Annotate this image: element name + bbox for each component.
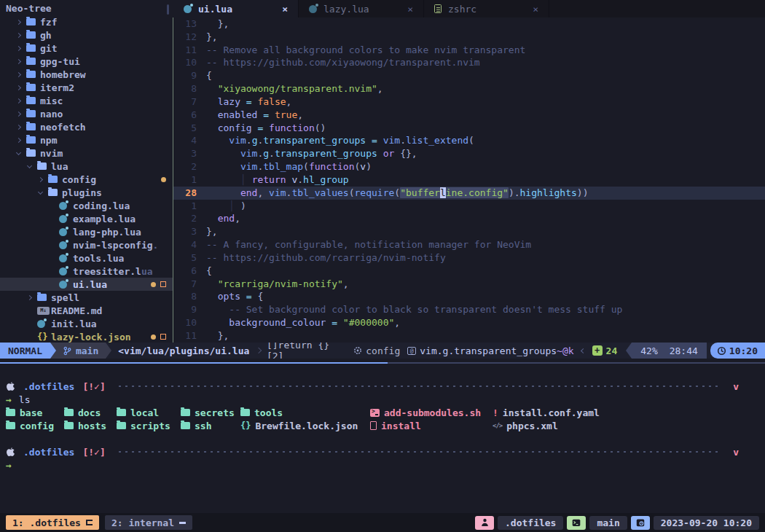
ls-entry-label: ssh xyxy=(195,420,211,431)
folder-icon xyxy=(181,422,190,429)
tmux-badge-calendar xyxy=(631,516,650,530)
tree-item-init.lua[interactable]: init.lua xyxy=(0,317,173,330)
tree-item-iterm2[interactable]: iterm2 xyxy=(0,81,173,94)
ls-entry-hosts: hosts xyxy=(64,420,117,431)
code-file-icon: </> xyxy=(493,422,502,429)
code-line[interactable]: 6{ xyxy=(173,265,765,278)
tree-item-config[interactable]: config xyxy=(0,173,173,186)
shell-pane[interactable]: .dotfiles [!✓] v → ls basedocslocalsecre… xyxy=(0,364,765,513)
tree-item-git[interactable]: git xyxy=(0,42,173,55)
clock-segment: 10:20 xyxy=(710,343,765,359)
tab-lazy.lua[interactable]: lazy.lua× xyxy=(299,0,424,17)
tree-item-plugins[interactable]: plugins xyxy=(0,186,173,199)
tree-item-label: neofetch xyxy=(40,122,86,133)
unstaged-square-icon xyxy=(160,334,166,340)
code-line[interactable]: 5-- https://github.com/rcarriga/nvim-not… xyxy=(173,251,765,265)
tab-zshrc[interactable]: zshrc× xyxy=(424,0,549,17)
code-line[interactable]: 8 "xiyaowong/transparent.nvim", xyxy=(173,82,765,95)
code-line[interactable]: 4-- A fancy, configurable, notification … xyxy=(173,238,765,251)
tree-item-ui.lua[interactable]: ui.lua xyxy=(0,278,173,291)
person-icon xyxy=(481,518,489,527)
lua-file-icon xyxy=(59,215,67,223)
exclamation-icon: ! xyxy=(493,407,498,418)
ls-entry-docs: docs xyxy=(64,407,117,418)
tree-item-nvim-lspconfig[interactable]: nvim-lspconfig. xyxy=(0,238,173,251)
window-flag-icon xyxy=(86,520,93,525)
ls-entry-label: tools xyxy=(254,407,283,418)
code-line[interactable]: 2 end, xyxy=(173,212,765,225)
code-line[interactable]: 2 vim.tbl_map(function(v) xyxy=(173,160,765,173)
tree-item-gpg-tui[interactable]: gpg-tui xyxy=(0,55,173,68)
close-icon[interactable]: × xyxy=(407,4,413,15)
unstaged-square-icon xyxy=(160,281,166,287)
ls-entry-install: install xyxy=(370,420,493,431)
tree-item-misc[interactable]: misc xyxy=(0,94,173,107)
close-icon[interactable]: × xyxy=(282,4,288,15)
tmux-window-1-dotfiles[interactable]: 1: .dotfiles xyxy=(6,515,99,530)
code-line[interactable]: 10 background_colour = "#000000", xyxy=(173,316,765,329)
line-number: 4 xyxy=(173,134,197,147)
tree-item-README.md[interactable]: M↓README.md xyxy=(0,304,173,317)
code-text: -- Set background color to black so tran… xyxy=(206,303,622,316)
dash-flag-icon xyxy=(179,522,186,524)
neotree-scrollbar[interactable] xyxy=(167,4,169,15)
register-indicator: ~@k xyxy=(557,345,573,356)
folder-icon xyxy=(117,422,126,429)
folder-icon xyxy=(26,84,36,91)
tree-item-lua[interactable]: lua xyxy=(0,160,173,173)
editor-buffer[interactable]: 13 },12},11-- Remove all background colo… xyxy=(173,17,765,343)
code-line[interactable]: 5 config = function() xyxy=(173,122,765,135)
git-branch-label: main xyxy=(76,345,98,356)
code-line[interactable]: 11 }, xyxy=(173,329,765,343)
code-line[interactable]: 7 "rcarriga/nvim-notify", xyxy=(173,278,765,291)
position-segment: 42% 28:44 xyxy=(632,343,707,359)
tmux-badge-person xyxy=(475,516,494,530)
tree-item-neofetch[interactable]: neofetch xyxy=(0,120,173,133)
clock-icon xyxy=(717,346,726,356)
tree-item-gh[interactable]: gh xyxy=(0,28,173,42)
tree-item-npm[interactable]: npm xyxy=(0,133,173,146)
line-number: 1 xyxy=(173,173,197,187)
tree-item-coding.lua[interactable]: coding.lua xyxy=(0,199,173,212)
code-line[interactable]: 4 vim.g.transparent_groups = vim.list_ex… xyxy=(173,134,765,147)
close-icon[interactable]: × xyxy=(533,4,538,15)
apple-icon xyxy=(6,447,15,458)
tree-item-treesitter.l[interactable]: treesitter.lua xyxy=(0,265,173,278)
tree-item-tools.lua[interactable]: tools.lua xyxy=(0,251,173,265)
tab-ui.lua[interactable]: ui.lua× xyxy=(173,0,299,17)
code-line[interactable]: 1 │ return v.hl_group xyxy=(173,173,765,187)
tree-item-nano[interactable]: nano xyxy=(0,107,173,120)
git-status-badges xyxy=(161,177,166,182)
tree-item-nvim[interactable]: nvim xyxy=(0,146,173,160)
code-line[interactable]: 1 │ ) xyxy=(173,200,765,213)
tmux-window-2-internal[interactable]: 2: internal xyxy=(105,515,192,530)
code-line-current[interactable]: 28 end, vim.tbl_values(require("bufferli… xyxy=(173,187,765,200)
tree-item-spell[interactable]: spell xyxy=(0,291,173,304)
tree-item-fzf[interactable]: fzf xyxy=(0,15,173,28)
code-line[interactable]: 13 }, xyxy=(173,17,765,31)
code-line[interactable]: 6 enabled = true, xyxy=(173,109,765,122)
tree-item-lang-php.lua[interactable]: lang-php.lua xyxy=(0,225,173,238)
code-line[interactable]: 7 lazy = false, xyxy=(173,95,765,109)
code-line[interactable]: 10-- https://github.com/xiyaowong/transp… xyxy=(173,56,765,69)
shell-cursor-line[interactable]: → xyxy=(0,458,765,472)
tree-item-homebrew[interactable]: homebrew xyxy=(0,68,173,81)
lua-file-icon xyxy=(59,281,67,289)
tree-item-lazy-lock.json[interactable]: {}lazy-lock.json xyxy=(0,330,173,343)
chevron-right-icon xyxy=(16,124,21,129)
folder-icon xyxy=(26,18,36,26)
diff-added-icon xyxy=(592,345,603,356)
code-text: end, xyxy=(206,212,240,225)
code-line[interactable]: 8 opts = { xyxy=(173,290,765,303)
code-line[interactable]: 3 vim.g.transparent_groups or {}, xyxy=(173,147,765,160)
tree-item-example.lua[interactable]: example.lua xyxy=(0,212,173,225)
vim-mode-badge: NORMAL xyxy=(0,343,50,359)
code-line[interactable]: 3}, xyxy=(173,225,765,238)
code-line[interactable]: 11-- Remove all background colors to mak… xyxy=(173,44,765,57)
code-line[interactable]: 9 -- Set background color to black so tr… xyxy=(173,303,765,316)
ls-entry-label: Brewfile.lock.json xyxy=(255,420,358,431)
ls-entry-label: scripts xyxy=(130,420,170,431)
code-line[interactable]: 12}, xyxy=(173,31,765,44)
code-line[interactable]: 9{ xyxy=(173,69,765,82)
line-number: 5 xyxy=(173,251,197,265)
